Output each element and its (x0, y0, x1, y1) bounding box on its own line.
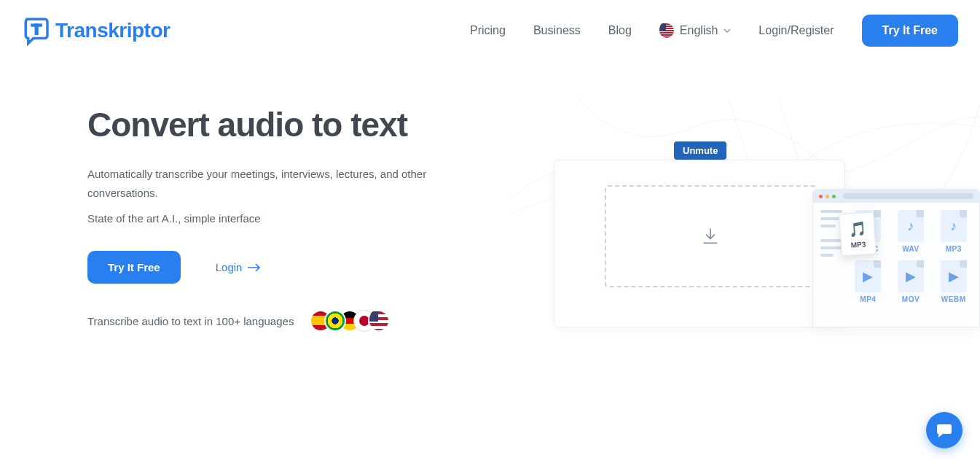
logo-text: Transkriptor (55, 19, 170, 42)
file-card: ▶ MOV (893, 260, 930, 303)
traffic-light-icon (826, 195, 829, 198)
hero-description: Automatically transcribe your meetings, … (87, 165, 481, 202)
hero-actions: Try It Free Login (87, 251, 481, 284)
nav-pricing[interactable]: Pricing (470, 24, 506, 37)
play-icon: ▶ (949, 268, 959, 284)
hero: Convert audio to text Automatically tran… (0, 61, 980, 353)
file-icon: ♪ (941, 210, 967, 242)
hero-subline: State of the art A.I., simple interface (87, 212, 481, 225)
music-note-icon: ♪ (950, 219, 957, 234)
download-icon (700, 226, 721, 246)
file-icon: ▶ (855, 260, 881, 292)
traffic-light-icon (819, 195, 823, 198)
hero-content: Convert audio to text Automatically tran… (87, 105, 481, 353)
browser-url-bar (843, 193, 973, 199)
music-note-icon: ♪ (907, 219, 914, 234)
dropzone[interactable] (605, 185, 816, 287)
unmute-button[interactable]: Unmute (674, 141, 726, 160)
traffic-light-icon (832, 195, 836, 198)
browser-bar (813, 190, 979, 203)
svg-rect-1 (35, 23, 39, 35)
sidebar-line (820, 246, 842, 249)
file-label: WAV (902, 245, 920, 253)
nav-try-free-button[interactable]: Try It Free (862, 15, 958, 47)
chat-icon (936, 421, 953, 439)
chat-widget-button[interactable] (926, 412, 963, 448)
file-card: ▶ WEBM (935, 260, 972, 303)
flag-usa-small-icon (368, 310, 390, 332)
file-label: WEBM (941, 295, 966, 303)
arrow-right-icon (248, 263, 261, 272)
browser-body: ♪ FLAC ♪ WAV ♪ MP3 ▶ MP4 (813, 203, 979, 311)
browser-window: ♪ FLAC ♪ WAV ♪ MP3 ▶ MP4 (812, 189, 980, 327)
play-icon: ▶ (863, 268, 873, 284)
hero-login-link[interactable]: Login (216, 261, 262, 273)
language-selector[interactable]: English (659, 23, 731, 38)
file-label: MP4 (860, 295, 876, 303)
sidebar-line (820, 239, 842, 242)
file-card: ▶ MP4 (850, 260, 887, 303)
logo[interactable]: Transkriptor (22, 15, 170, 46)
file-card: ♪ MP3 (935, 210, 972, 253)
sidebar-line (820, 225, 836, 227)
language-note: Transcribe audio to text in 100+ languag… (87, 310, 481, 332)
file-icon: ▶ (898, 260, 924, 292)
logo-icon (22, 15, 52, 46)
file-card: ♪ WAV (893, 210, 930, 253)
nav-blog[interactable]: Blog (608, 24, 632, 37)
chevron-down-icon (724, 27, 731, 34)
play-icon: ▶ (906, 268, 916, 284)
nav: Pricing Business Blog English Login/Regi… (470, 15, 958, 47)
file-label: MOV (902, 295, 920, 303)
music-note-icon: 🎵 (847, 219, 867, 238)
dragged-file-thumb: 🎵 MP3 (839, 211, 877, 256)
flag-group (310, 310, 390, 332)
file-label: MP3 (946, 245, 962, 253)
hero-title: Convert audio to text (87, 105, 481, 144)
sidebar-line (820, 254, 834, 257)
file-icon: ▶ (941, 260, 967, 292)
language-note-text: Transcribe audio to text in 100+ languag… (87, 315, 294, 327)
file-icon: ♪ (898, 210, 924, 242)
header: Transkriptor Pricing Business Blog Engli… (0, 0, 980, 61)
hero-login-label: Login (216, 261, 243, 273)
language-label: English (680, 24, 718, 37)
hero-illustration: Unmute (510, 105, 980, 353)
sidebar-line (820, 210, 842, 213)
flag-usa-icon (659, 23, 674, 38)
dragged-file-label: MP3 (850, 240, 866, 249)
nav-business[interactable]: Business (533, 24, 581, 37)
nav-login-register[interactable]: Login/Register (758, 24, 834, 37)
hero-try-free-button[interactable]: Try It Free (87, 251, 181, 284)
